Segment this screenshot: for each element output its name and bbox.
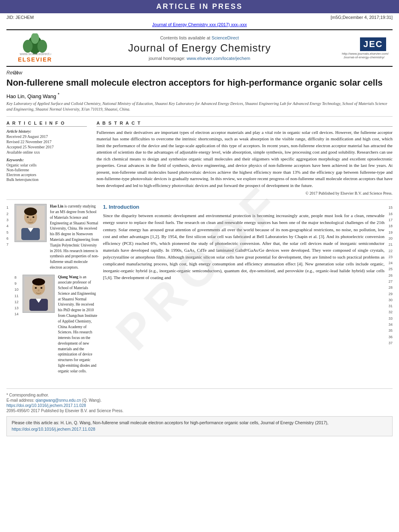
- keyword-4: Bulk heterojunction: [6, 177, 87, 182]
- svg-point-8: [24, 207, 37, 216]
- divider-footer: [6, 388, 393, 389]
- journal-title-center: Contents lists available at ScienceDirec…: [57, 35, 342, 61]
- bios-intro-section: 1 2 3 4 5 6 7: [6, 204, 393, 378]
- keyword-2: Non-fullerene: [6, 168, 87, 172]
- divider-2: [6, 199, 393, 200]
- bio-block-2: Qiang Wang is an associate professor of …: [23, 275, 99, 374]
- article-info-title: A R T I C L E I N F O: [6, 121, 87, 127]
- bio-desc-1: is currently studying for an MS degree f…: [50, 204, 99, 269]
- bio-text-2: Qiang Wang is an associate professor of …: [58, 275, 99, 374]
- doi-link[interactable]: https://doi.org/10.1016/j.jechem.2017.11…: [6, 403, 86, 408]
- homepage-link[interactable]: www.elsevier.com/locate/jechem: [187, 56, 250, 61]
- q1-badge: Q1: [13, 70, 19, 75]
- accepted-date: Accepted 25 November 2017: [6, 145, 87, 149]
- svg-point-11: [27, 216, 29, 218]
- review-label: Review: [6, 70, 393, 76]
- revised-date: Revised 22 November 2017: [6, 140, 87, 144]
- bio-photo-2: [23, 275, 55, 313]
- history-label: Article history:: [6, 129, 87, 134]
- issn-line: 2095-4956/© 2017 Published by Elsevier B…: [6, 409, 393, 413]
- contents-line: Contents lists available at ScienceDirec…: [57, 35, 342, 40]
- jec-logo-area: JEC http://www.journals.elsevier.com/Jou…: [342, 37, 386, 59]
- article-info: A R T I C L E I N F O Article history: R…: [6, 121, 87, 196]
- keywords-section: Keywords: Organic solar cells Non-fuller…: [6, 158, 87, 182]
- two-col-section: A R T I C L E I N F O Article history: R…: [6, 121, 393, 196]
- bio-text-1: Hao Lin is currently studying for an MS …: [50, 204, 99, 270]
- homepage-line: journal homepage: www.elsevier.com/locat…: [57, 56, 342, 61]
- article-in-press-banner: ARTICLE IN PRESS: [0, 0, 399, 13]
- intro-col: 1. Introduction Since the disparity betw…: [103, 204, 385, 378]
- abstract-copyright: © 2017 Published by Elsevier B.V. and Sc…: [97, 191, 393, 195]
- keyword-3: Electron acceptors: [6, 173, 87, 177]
- bio-name-1: Hao Lin: [50, 204, 64, 208]
- divider-1: [6, 116, 393, 117]
- svg-point-20: [41, 287, 43, 289]
- citation-box: Please cite this article as: H. Lin, Q. …: [6, 416, 393, 436]
- doi-line: https://doi.org/10.1016/j.jechem.2017.11…: [6, 403, 393, 408]
- abstract-text: Fullerenes and their derivatives are imp…: [97, 129, 393, 189]
- line-numbers-bio2: 8 9 10 11 12 13 14: [14, 275, 23, 378]
- article-title: Non-fullerene small molecule electron ac…: [6, 77, 393, 89]
- line-numbers-right: 15 16 17 18 19 20 21 22 23 24 25 26 27 2…: [385, 204, 393, 378]
- svg-point-3: [37, 40, 47, 53]
- bios-col: Hao Lin is currently studying for an MS …: [14, 204, 103, 378]
- keyword-1: Organic solar cells: [6, 163, 87, 167]
- authors: Hao Lin, Qiang Wang: [6, 93, 56, 99]
- jid: JID: JECHEM: [6, 15, 34, 20]
- svg-point-12: [33, 216, 35, 218]
- available-date: Available online xxx: [6, 150, 87, 154]
- svg-point-13: [30, 219, 31, 221]
- top-meta: JID: JECHEM [m5G;December 4, 2017;19:31]: [0, 13, 399, 21]
- bio-desc-2: is an associate professor of School of M…: [58, 275, 97, 373]
- abstract-title: A B S T R A C T: [97, 121, 393, 127]
- email-line: E-mail address: qiangwang@snnu.edu.cn (Q…: [6, 398, 393, 403]
- elsevier-wordmark: ELSEVIER: [18, 56, 52, 63]
- svg-text:www.sciencedirect.com: www.sciencedirect.com: [19, 52, 51, 55]
- affiliation: Key Laboratory of Applied Surface and Co…: [6, 101, 393, 112]
- email-link[interactable]: qiangwang@snnu.edu.cn: [35, 398, 82, 403]
- keywords-label: Keywords:: [6, 158, 87, 162]
- journal-header: www.sciencedirect.com ELSEVIER Contents …: [6, 29, 393, 67]
- journal-name: Journal of Energy Chemistry: [57, 42, 342, 54]
- corresponding-marker: *: [58, 92, 59, 97]
- journal-link-line: Journal of Energy Chemistry xxx (2017) x…: [0, 21, 399, 29]
- svg-point-2: [23, 40, 33, 53]
- intro-title: 1. Introduction: [103, 204, 385, 210]
- svg-point-21: [38, 289, 39, 291]
- line-numbers-left: 1 2 3 4 5 6 7: [6, 204, 14, 378]
- bio-name-2: Qiang Wang: [58, 275, 78, 279]
- svg-point-16: [32, 278, 45, 286]
- jec-logo-sub: http://www.journals.elsevier.com/Journal…: [342, 52, 386, 59]
- banner-text: ARTICLE IN PRESS: [156, 2, 243, 10]
- meta-right: [m5G;December 4, 2017;19:31]: [331, 15, 393, 20]
- svg-point-19: [35, 287, 37, 289]
- abstract-section: A B S T R A C T Fullerenes and their der…: [97, 121, 393, 196]
- bio-photo-1: [14, 204, 47, 242]
- bio-block-1: Hao Lin is currently studying for an MS …: [14, 204, 99, 270]
- received-date: Received 29 August 2017: [6, 134, 87, 139]
- intro-text: Since the disparity between economic dev…: [103, 212, 385, 281]
- main-content: Q1 Review Non-fullerene small molecule e…: [6, 67, 393, 384]
- footer-meta: * Corresponding author. E-mail address: …: [6, 388, 393, 413]
- citation-doi-link[interactable]: https://doi.org/10.1016/j.jechem.2017.11…: [12, 427, 95, 431]
- corresponding-note: * Corresponding author.: [6, 393, 393, 397]
- jec-logo-box: JEC: [360, 37, 386, 51]
- journal-link[interactable]: Journal of Energy Chemistry xxx (2017) x…: [152, 22, 247, 27]
- authors-line: Hao Lin, Qiang Wang *: [6, 92, 393, 99]
- elsevier-logo: www.sciencedirect.com ELSEVIER: [13, 33, 57, 63]
- sciencedirect-link[interactable]: ScienceDirect: [212, 35, 239, 40]
